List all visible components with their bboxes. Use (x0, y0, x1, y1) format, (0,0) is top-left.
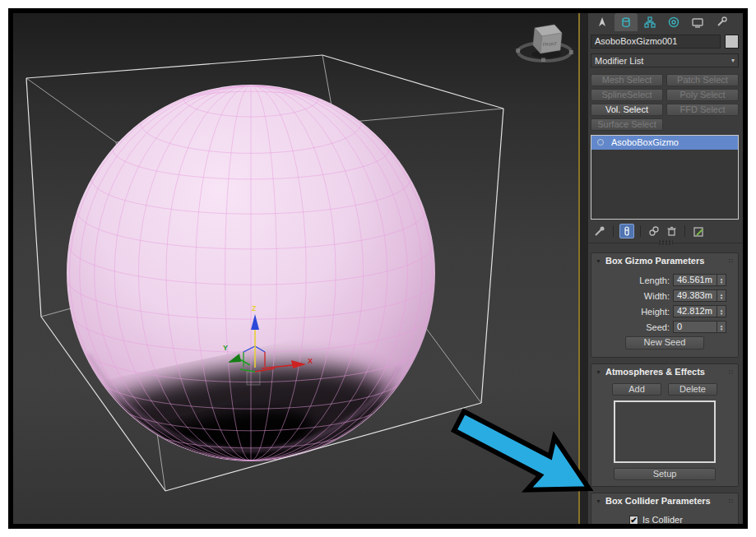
height-input[interactable]: 42.812m (673, 305, 717, 317)
delete-button[interactable]: Delete (668, 383, 717, 396)
poly-select-button[interactable]: Poly Select (666, 89, 739, 101)
length-label: Length: (639, 275, 670, 285)
height-label: Height: (641, 307, 670, 317)
spinner-down-icon[interactable]: ▾ (721, 296, 723, 299)
new-seed-button[interactable]: New Seed (625, 336, 704, 350)
setup-button[interactable]: Setup (614, 468, 716, 480)
rollout-atmospheres-effects: ▼ Atmospheres & Effects ∷ Add Delete Set… (591, 363, 739, 487)
width-field-row: Width: 49.383m ▴▾ (591, 289, 726, 302)
rollout-header-atmospheres[interactable]: ▼ Atmospheres & Effects ∷ (591, 364, 738, 379)
3d-viewport[interactable]: Z X Y FRONT (13, 13, 578, 524)
motion-icon (670, 18, 679, 27)
show-end-result-icon (625, 227, 628, 235)
rollout-title: Box Gizmo Parameters (605, 256, 704, 266)
viewport-canvas: Z X Y FRONT (13, 13, 578, 524)
rollout-open-icon: ▼ (596, 498, 601, 504)
pin-stack-icon (596, 229, 601, 235)
trash-icon (669, 229, 675, 235)
is-collider-row: ✔ Is Collider (629, 515, 738, 524)
pin-stack-button[interactable] (592, 224, 607, 238)
configure-modifier-sets-button[interactable] (691, 224, 706, 238)
modify-icon (623, 18, 629, 21)
mesh-select-button[interactable]: Mesh Select (591, 74, 663, 86)
viewcube-front-label: FRONT (543, 41, 558, 47)
spinner-down-icon[interactable]: ▾ (721, 327, 723, 331)
utilities-icon (718, 21, 723, 25)
spinner-down-icon[interactable]: ▾ (721, 280, 723, 284)
modifier-stack-item-label: AsoboBoxGizmo (611, 137, 679, 147)
object-name-field[interactable]: AsoboBoxGizmo001 (591, 35, 721, 49)
is-collider-checkbox[interactable]: ✔ (629, 516, 638, 525)
modifier-stack-list[interactable]: AsoboBoxGizmo (591, 135, 739, 220)
tab-motion[interactable] (662, 13, 685, 31)
rollout-box-collider-parameters: ▼ Box Collider Parameters ∷ ✔ Is Collide… (591, 493, 739, 524)
seed-label: Seed: (646, 322, 670, 332)
length-spinner[interactable]: ▴▾ (717, 274, 726, 286)
tab-modify[interactable] (615, 13, 638, 31)
rollout-scroll-handle[interactable] (588, 243, 743, 250)
rollout-box-gizmo-parameters: ▼ Box Gizmo Parameters ∷ Length: 46.561m… (591, 252, 739, 358)
seed-field-row: Seed: 0 ▴▾ (591, 321, 726, 333)
remove-modifier-button[interactable] (664, 224, 679, 238)
add-button[interactable]: Add (612, 383, 661, 396)
ffd-select-button[interactable]: FFD Select (666, 104, 739, 116)
modifier-list-dropdown[interactable]: Modifier List ▾ (591, 53, 739, 67)
width-input[interactable]: 49.383m (673, 289, 717, 302)
tab-display[interactable] (686, 13, 709, 31)
length-input[interactable]: 46.561m (673, 274, 717, 286)
viewcube[interactable]: FRONT (516, 25, 573, 62)
modifier-stack-item[interactable]: AsoboBoxGizmo (591, 136, 738, 150)
tab-hierarchy[interactable] (638, 13, 661, 31)
x-axis-label: X (308, 357, 313, 365)
make-unique-button[interactable] (647, 224, 661, 238)
chevron-down-icon: ▾ (731, 57, 735, 64)
vol-select-button[interactable]: Vol. Select (591, 104, 663, 116)
command-panel-tabs (588, 13, 743, 31)
rollout-open-icon: ▼ (596, 369, 601, 375)
atmospheres-effects-list[interactable] (614, 400, 716, 463)
create-icon (599, 17, 605, 26)
rollout-title: Box Collider Parameters (605, 496, 711, 506)
height-spinner[interactable]: ▴▾ (717, 305, 726, 317)
modifier-bulb-icon[interactable] (597, 139, 604, 146)
screenshot-frame: Z X Y FRONT (8, 8, 748, 529)
patch-select-button[interactable]: Patch Select (666, 74, 739, 86)
height-field-row: Height: 42.812m ▴▾ (591, 305, 726, 317)
rollout-title: Atmospheres & Effects (605, 367, 705, 377)
xy-plane-ghost (247, 372, 260, 385)
spline-select-button[interactable]: SplineSelect (591, 89, 663, 101)
modifier-stack-toolbar (588, 221, 743, 241)
rollout-pin-icon: ∷ (729, 498, 734, 505)
sphere-object[interactable] (13, 79, 435, 524)
rollout-pin-icon: ∷ (729, 368, 734, 376)
rollout-pin-icon: ∷ (729, 257, 734, 265)
spinner-down-icon[interactable]: ▾ (721, 312, 723, 315)
panel-viewport-splitter[interactable] (580, 13, 588, 524)
width-spinner[interactable]: ▴▾ (717, 289, 726, 302)
z-axis-label: Z (252, 304, 257, 312)
modifier-list-label: Modifier List (595, 56, 643, 66)
is-collider-label: Is Collider (642, 515, 683, 524)
tab-create[interactable] (591, 13, 614, 31)
y-axis-label: Y (223, 344, 228, 352)
rollout-open-icon: ▼ (596, 258, 601, 264)
length-field-row: Length: 46.561m ▴▾ (591, 274, 726, 286)
configure-sets-icon (694, 228, 703, 236)
surface-select-button[interactable]: Surface Select (591, 118, 663, 131)
seed-input[interactable]: 0 (673, 321, 717, 333)
command-panel: AsoboBoxGizmo001 Modifier List ▾ Mesh Se… (588, 13, 743, 524)
app-window: Z X Y FRONT (13, 13, 743, 524)
show-end-result-button[interactable] (619, 224, 634, 238)
display-icon (693, 19, 703, 25)
hierarchy-icon (648, 17, 652, 21)
object-color-swatch[interactable] (725, 35, 739, 49)
seed-spinner[interactable]: ▴▾ (717, 321, 726, 333)
width-label: Width: (644, 291, 670, 301)
tab-utilities[interactable] (710, 13, 733, 31)
rollout-header-box-collider[interactable]: ▼ Box Collider Parameters ∷ (591, 493, 738, 508)
rollout-header-box-gizmo[interactable]: ▼ Box Gizmo Parameters ∷ (591, 253, 738, 268)
select-button-grid: Mesh Select Patch Select SplineSelect Po… (591, 74, 739, 131)
